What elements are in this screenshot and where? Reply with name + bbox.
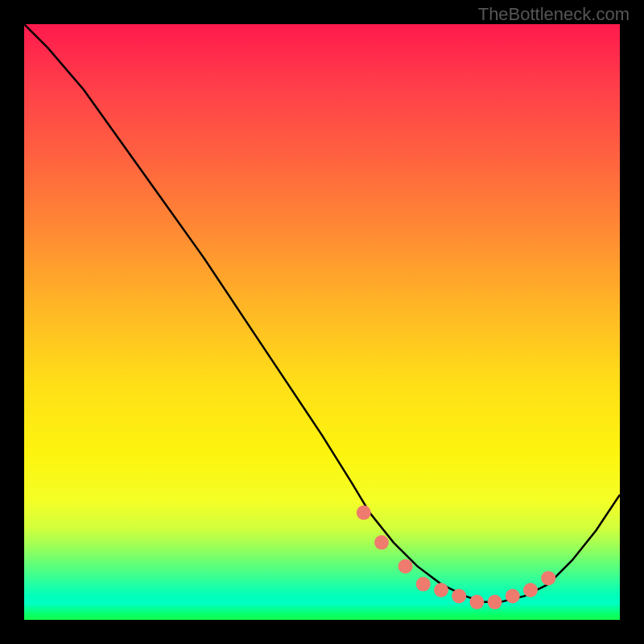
marker-dot	[488, 595, 502, 609]
marker-dot	[357, 506, 371, 520]
marker-dot	[416, 577, 431, 592]
plot-area	[24, 24, 620, 620]
marker-dot	[469, 595, 484, 609]
chart-markers	[357, 506, 555, 609]
watermark-text: TheBottleneck.com	[478, 4, 630, 25]
marker-dot	[434, 583, 448, 597]
marker-dot	[452, 588, 466, 603]
marker-dot	[398, 559, 413, 573]
chart-line	[24, 24, 620, 602]
chart-svg	[24, 24, 620, 620]
marker-dot	[374, 535, 389, 550]
marker-dot	[506, 588, 520, 603]
marker-dot	[523, 583, 538, 597]
marker-dot	[541, 571, 555, 585]
